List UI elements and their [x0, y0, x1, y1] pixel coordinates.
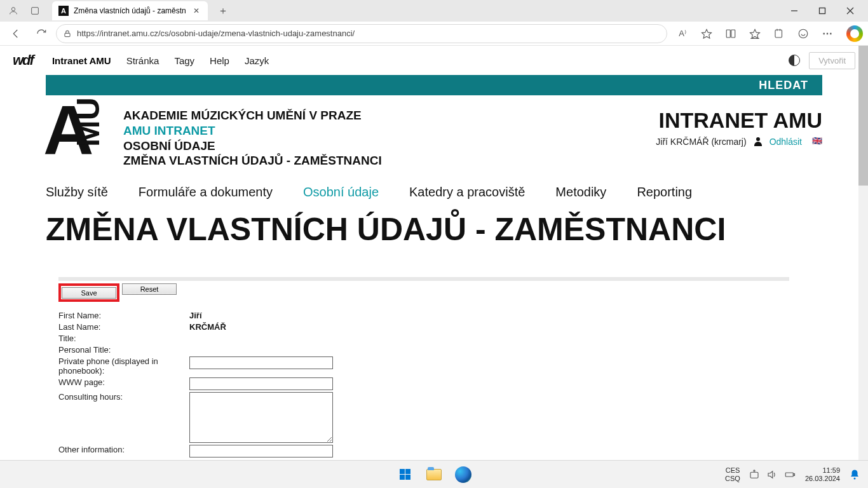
logout-link[interactable]: Odhlásit	[770, 137, 802, 147]
favorite-button[interactable]	[695, 24, 718, 44]
taskbar-clock[interactable]: 11:59 26.03.2024	[805, 466, 840, 482]
menu-jazyk[interactable]: Jazyk	[245, 55, 269, 66]
performance-button[interactable]	[792, 24, 815, 44]
last-name-value: KRČMÁŘ	[189, 322, 226, 332]
site-title: INTRANET AMU	[656, 108, 822, 133]
browser-tab-strip: A Změna vlastních údajů - zaměstn ✕ ＋	[0, 0, 868, 22]
amu-logo-icon: AMU	[46, 108, 109, 165]
browser-toolbar: https://intranet.amu.cz/cs/osobni-udaje/…	[0, 22, 868, 46]
svg-rect-6	[65, 33, 70, 36]
svg-rect-1	[32, 8, 39, 15]
personal-title-label: Personal Title:	[58, 345, 189, 355]
svg-point-0	[11, 8, 15, 11]
cms-brand[interactable]: Intranet AMU	[52, 55, 111, 66]
clock-time: 11:59	[805, 466, 840, 475]
lang2: CSQ	[725, 475, 740, 482]
scrollbar-thumb[interactable]	[858, 46, 868, 186]
address-bar[interactable]: https://intranet.amu.cz/cs/osobni-udaje/…	[56, 24, 667, 43]
svg-point-16	[754, 470, 755, 471]
search-bar[interactable]: HLEDAT	[46, 75, 822, 95]
search-label: HLEDAT	[759, 79, 808, 92]
first-name-label: First Name:	[58, 311, 189, 320]
cms-app-logo: wdf	[13, 52, 33, 69]
title-label: Title:	[58, 334, 189, 343]
private-phone-label: Private phone (displayed in phonebook):	[58, 356, 189, 376]
language-indicator[interactable]: CES CSQ	[725, 466, 740, 482]
battery-tray-icon[interactable]	[783, 468, 796, 481]
tab-actions-button[interactable]	[25, 1, 44, 20]
browser-tab[interactable]: A Změna vlastních údajů - zaměstn ✕	[52, 1, 208, 20]
svg-rect-3	[820, 8, 825, 14]
consulting-input[interactable]	[189, 392, 333, 443]
header-line-2[interactable]: AMU INTRANET	[123, 123, 382, 139]
page-content: wdf Intranet AMU Stránka Tagy Help Jazyk…	[0, 46, 868, 460]
edge-icon[interactable]	[451, 463, 475, 487]
clock-date: 26.03.2024	[805, 475, 840, 483]
nav-formulare[interactable]: Formuláře a dokumenty	[139, 185, 273, 200]
menu-stranka[interactable]: Stránka	[126, 55, 159, 66]
new-tab-button[interactable]: ＋	[214, 2, 232, 20]
url-text: https://intranet.amu.cz/cs/osobni-udaje/…	[77, 29, 355, 38]
collections-button[interactable]	[768, 24, 790, 44]
header-line-1: AKADEMIE MÚZICKÝCH UMĚNÍ V PRAZE	[123, 108, 382, 123]
notifications-tray-icon[interactable]	[849, 469, 860, 480]
window-close-button[interactable]	[836, 1, 864, 21]
file-explorer-icon[interactable]	[422, 463, 446, 487]
svg-marker-10	[750, 29, 760, 38]
first-name-value: Jiří	[189, 311, 202, 320]
accessibility-tray-icon[interactable]	[748, 468, 761, 481]
nav-metodiky[interactable]: Metodiky	[555, 185, 606, 200]
profile-button[interactable]	[4, 1, 23, 20]
start-button[interactable]	[393, 463, 417, 487]
consulting-label: Consulting hours:	[58, 392, 189, 402]
theme-toggle-button[interactable]	[789, 55, 800, 66]
save-highlight-annotation: Save	[58, 283, 119, 302]
other-info-input[interactable]	[189, 445, 333, 458]
breadcrumb: AKADEMIE MÚZICKÝCH UMĚNÍ V PRAZE AMU INT…	[123, 108, 382, 168]
svg-rect-12	[775, 30, 782, 37]
main-nav: Služby sítě Formuláře a dokumenty Osobní…	[46, 185, 822, 200]
cms-topbar: wdf Intranet AMU Stránka Tagy Help Jazyk…	[0, 46, 868, 75]
svg-rect-15	[750, 472, 758, 478]
nav-back-button[interactable]	[5, 24, 27, 44]
create-button[interactable]: Vytvořit	[809, 52, 855, 69]
svg-rect-9	[731, 30, 735, 37]
more-menu-button[interactable]: ⋯	[816, 24, 839, 44]
svg-marker-7	[702, 29, 712, 38]
copilot-button[interactable]	[846, 25, 863, 42]
page-scrollbar[interactable]	[858, 46, 868, 460]
nav-reporting[interactable]: Reporting	[637, 185, 692, 200]
reset-button[interactable]: Reset	[122, 283, 177, 295]
menu-help[interactable]: Help	[210, 55, 229, 66]
private-phone-input[interactable]	[189, 356, 333, 369]
page-title: ZMĚNA VLASTNÍCH ÚDAJŮ - ZAMĚSTNANCI	[46, 211, 822, 248]
last-name-label: Last Name:	[58, 322, 189, 332]
split-screen-button[interactable]	[719, 24, 742, 44]
tab-title: Změna vlastních údajů - zaměstn	[74, 6, 186, 15]
nav-sluzby[interactable]: Služby sítě	[46, 185, 108, 200]
read-aloud-button[interactable]: A⁾	[671, 24, 694, 44]
favorites-menu-button[interactable]	[743, 24, 766, 44]
profile-form: Save Reset First Name: Jiří Last Name: K…	[58, 277, 822, 458]
header-line-4: ZMĚNA VLASTNÍCH ÚDAJŮ - ZAMĚSTNANCI	[123, 153, 382, 168]
header-line-3[interactable]: OSOBNÍ ÚDAJE	[123, 139, 382, 154]
lock-icon	[63, 29, 72, 38]
svg-rect-19	[794, 473, 795, 475]
www-input[interactable]	[189, 377, 333, 390]
save-button[interactable]: Save	[62, 287, 116, 299]
nav-osobni-udaje[interactable]: Osobní údaje	[303, 185, 379, 200]
form-divider	[58, 277, 789, 281]
www-label: WWW page:	[58, 377, 189, 387]
sound-tray-icon[interactable]	[766, 468, 778, 481]
lang1: CES	[725, 466, 740, 474]
svg-rect-8	[726, 30, 730, 37]
language-flag-icon[interactable]: 🇬🇧	[810, 137, 822, 146]
nav-refresh-button[interactable]	[31, 24, 52, 44]
menu-tagy[interactable]: Tagy	[174, 55, 194, 66]
logged-user: Jiří KRČMÁŘ (krcmarj)	[656, 137, 746, 147]
window-maximize-button[interactable]	[808, 1, 836, 21]
close-tab-icon[interactable]: ✕	[191, 6, 201, 16]
nav-katedry[interactable]: Katedry a pracoviště	[409, 185, 525, 200]
window-minimize-button[interactable]	[780, 1, 808, 21]
svg-point-20	[854, 477, 856, 479]
